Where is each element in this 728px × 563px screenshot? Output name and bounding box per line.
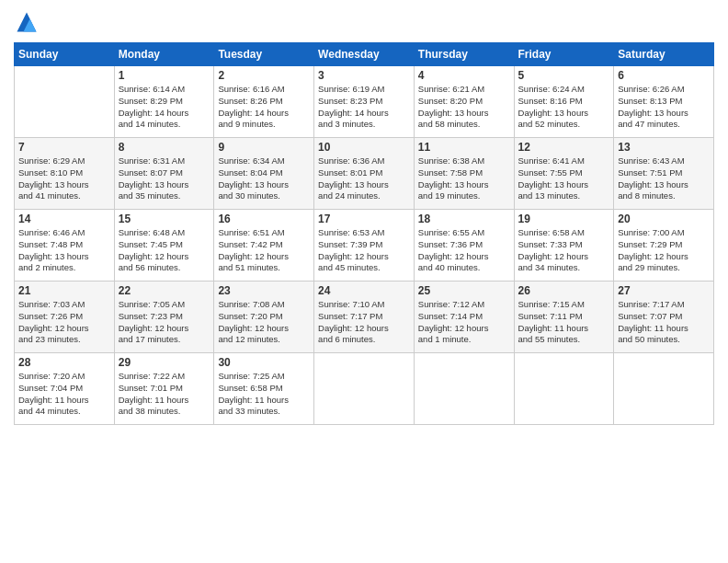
calendar-cell: 12Sunrise: 6:41 AM Sunset: 7:55 PM Dayli…: [514, 138, 614, 210]
day-number: 26: [518, 284, 610, 297]
calendar-cell: 7Sunrise: 6:29 AM Sunset: 8:10 PM Daylig…: [15, 138, 115, 210]
calendar-cell: 16Sunrise: 6:51 AM Sunset: 7:42 PM Dayli…: [214, 210, 314, 282]
day-info: Sunrise: 7:17 AM Sunset: 7:07 PM Dayligh…: [618, 299, 710, 346]
calendar-cell: 13Sunrise: 6:43 AM Sunset: 7:51 PM Dayli…: [614, 138, 714, 210]
calendar-cell: 11Sunrise: 6:38 AM Sunset: 7:58 PM Dayli…: [414, 138, 514, 210]
weekday-header: Saturday: [614, 43, 714, 66]
calendar-cell: 17Sunrise: 6:53 AM Sunset: 7:39 PM Dayli…: [314, 210, 415, 282]
calendar-cell: [414, 353, 514, 425]
day-info: Sunrise: 6:58 AM Sunset: 7:33 PM Dayligh…: [518, 227, 610, 274]
calendar-cell: 2Sunrise: 6:16 AM Sunset: 8:26 PM Daylig…: [214, 66, 314, 138]
day-number: 28: [18, 356, 110, 369]
day-info: Sunrise: 7:22 AM Sunset: 7:01 PM Dayligh…: [119, 371, 210, 418]
day-number: 20: [618, 213, 710, 225]
day-number: 8: [119, 141, 210, 154]
day-info: Sunrise: 6:31 AM Sunset: 8:07 PM Dayligh…: [119, 155, 210, 202]
calendar-cell: 23Sunrise: 7:08 AM Sunset: 7:20 PM Dayli…: [214, 282, 314, 353]
day-number: 2: [218, 69, 310, 82]
day-number: 18: [418, 213, 510, 225]
weekday-header: Tuesday: [214, 43, 314, 66]
day-number: 10: [318, 141, 410, 154]
calendar-week-row: 14Sunrise: 6:46 AM Sunset: 7:48 PM Dayli…: [15, 210, 714, 282]
day-info: Sunrise: 6:29 AM Sunset: 8:10 PM Dayligh…: [18, 155, 110, 202]
calendar-cell: 5Sunrise: 6:24 AM Sunset: 8:16 PM Daylig…: [514, 66, 614, 138]
day-number: 23: [218, 284, 310, 297]
day-number: 15: [119, 213, 210, 225]
day-info: Sunrise: 6:14 AM Sunset: 8:29 PM Dayligh…: [119, 84, 210, 131]
day-info: Sunrise: 7:00 AM Sunset: 7:29 PM Dayligh…: [618, 227, 710, 274]
day-info: Sunrise: 6:19 AM Sunset: 8:23 PM Dayligh…: [318, 84, 410, 131]
calendar-cell: 22Sunrise: 7:05 AM Sunset: 7:23 PM Dayli…: [114, 282, 214, 353]
day-number: 30: [218, 356, 310, 369]
calendar-cell: 25Sunrise: 7:12 AM Sunset: 7:14 PM Dayli…: [414, 282, 514, 353]
day-info: Sunrise: 7:03 AM Sunset: 7:26 PM Dayligh…: [18, 299, 110, 346]
day-info: Sunrise: 6:16 AM Sunset: 8:26 PM Dayligh…: [218, 84, 310, 131]
calendar-week-row: 7Sunrise: 6:29 AM Sunset: 8:10 PM Daylig…: [15, 138, 714, 210]
calendar-week-row: 1Sunrise: 6:14 AM Sunset: 8:29 PM Daylig…: [15, 66, 714, 138]
day-info: Sunrise: 7:12 AM Sunset: 7:14 PM Dayligh…: [418, 299, 510, 346]
calendar-week-row: 28Sunrise: 7:20 AM Sunset: 7:04 PM Dayli…: [15, 353, 714, 425]
day-number: 27: [618, 284, 710, 297]
day-number: 7: [18, 141, 110, 154]
calendar-cell: 28Sunrise: 7:20 AM Sunset: 7:04 PM Dayli…: [15, 353, 115, 425]
day-number: 11: [418, 141, 510, 154]
calendar-cell: 20Sunrise: 7:00 AM Sunset: 7:29 PM Dayli…: [614, 210, 714, 282]
day-info: Sunrise: 6:53 AM Sunset: 7:39 PM Dayligh…: [318, 227, 410, 274]
calendar-cell: [614, 353, 714, 425]
weekday-header: Sunday: [15, 43, 115, 66]
calendar-cell: [15, 66, 115, 138]
day-info: Sunrise: 7:10 AM Sunset: 7:17 PM Dayligh…: [318, 299, 410, 346]
day-number: 12: [518, 141, 610, 154]
day-number: 25: [418, 284, 510, 297]
calendar-cell: 6Sunrise: 6:26 AM Sunset: 8:13 PM Daylig…: [614, 66, 714, 138]
calendar-cell: 26Sunrise: 7:15 AM Sunset: 7:11 PM Dayli…: [514, 282, 614, 353]
weekday-header: Thursday: [414, 43, 514, 66]
day-info: Sunrise: 6:36 AM Sunset: 8:01 PM Dayligh…: [318, 155, 410, 202]
day-info: Sunrise: 6:21 AM Sunset: 8:20 PM Dayligh…: [418, 84, 510, 131]
day-number: 22: [119, 284, 210, 297]
calendar-cell: 10Sunrise: 6:36 AM Sunset: 8:01 PM Dayli…: [314, 138, 415, 210]
day-number: 6: [618, 69, 710, 82]
calendar-cell: 3Sunrise: 6:19 AM Sunset: 8:23 PM Daylig…: [314, 66, 415, 138]
calendar-cell: 18Sunrise: 6:55 AM Sunset: 7:36 PM Dayli…: [414, 210, 514, 282]
day-number: 9: [218, 141, 310, 154]
weekday-header: Monday: [114, 43, 214, 66]
calendar-cell: 4Sunrise: 6:21 AM Sunset: 8:20 PM Daylig…: [414, 66, 514, 138]
day-number: 17: [318, 213, 410, 225]
day-number: 24: [318, 284, 410, 297]
day-info: Sunrise: 6:55 AM Sunset: 7:36 PM Dayligh…: [418, 227, 510, 274]
calendar-table: SundayMondayTuesdayWednesdayThursdayFrid…: [14, 42, 714, 425]
calendar-cell: 19Sunrise: 6:58 AM Sunset: 7:33 PM Dayli…: [514, 210, 614, 282]
calendar-cell: 8Sunrise: 6:31 AM Sunset: 8:07 PM Daylig…: [114, 138, 214, 210]
day-number: 14: [18, 213, 110, 225]
day-info: Sunrise: 6:46 AM Sunset: 7:48 PM Dayligh…: [18, 227, 110, 274]
day-info: Sunrise: 6:41 AM Sunset: 7:55 PM Dayligh…: [518, 155, 610, 202]
day-number: 13: [618, 141, 710, 154]
day-info: Sunrise: 6:38 AM Sunset: 7:58 PM Dayligh…: [418, 155, 510, 202]
day-info: Sunrise: 7:05 AM Sunset: 7:23 PM Dayligh…: [119, 299, 210, 346]
page-header: [14, 9, 714, 35]
logo-icon: [14, 9, 40, 35]
day-number: 16: [218, 213, 310, 225]
calendar-cell: [514, 353, 614, 425]
day-info: Sunrise: 6:26 AM Sunset: 8:13 PM Dayligh…: [618, 84, 710, 131]
calendar-week-row: 21Sunrise: 7:03 AM Sunset: 7:26 PM Dayli…: [15, 282, 714, 353]
calendar-cell: 15Sunrise: 6:48 AM Sunset: 7:45 PM Dayli…: [114, 210, 214, 282]
day-number: 4: [418, 69, 510, 82]
calendar-cell: 30Sunrise: 7:25 AM Sunset: 6:58 PM Dayli…: [214, 353, 314, 425]
day-number: 1: [119, 69, 210, 82]
calendar-cell: 9Sunrise: 6:34 AM Sunset: 8:04 PM Daylig…: [214, 138, 314, 210]
day-number: 5: [518, 69, 610, 82]
day-info: Sunrise: 7:25 AM Sunset: 6:58 PM Dayligh…: [218, 371, 310, 418]
day-info: Sunrise: 6:24 AM Sunset: 8:16 PM Dayligh…: [518, 84, 610, 131]
day-info: Sunrise: 7:08 AM Sunset: 7:20 PM Dayligh…: [218, 299, 310, 346]
day-info: Sunrise: 6:48 AM Sunset: 7:45 PM Dayligh…: [119, 227, 210, 274]
day-number: 3: [318, 69, 410, 82]
day-info: Sunrise: 7:15 AM Sunset: 7:11 PM Dayligh…: [518, 299, 610, 346]
weekday-header: Wednesday: [314, 43, 415, 66]
calendar-cell: 21Sunrise: 7:03 AM Sunset: 7:26 PM Dayli…: [15, 282, 115, 353]
day-number: 21: [18, 284, 110, 297]
day-info: Sunrise: 6:43 AM Sunset: 7:51 PM Dayligh…: [618, 155, 710, 202]
calendar-cell: 1Sunrise: 6:14 AM Sunset: 8:29 PM Daylig…: [114, 66, 214, 138]
calendar-cell: 24Sunrise: 7:10 AM Sunset: 7:17 PM Dayli…: [314, 282, 415, 353]
